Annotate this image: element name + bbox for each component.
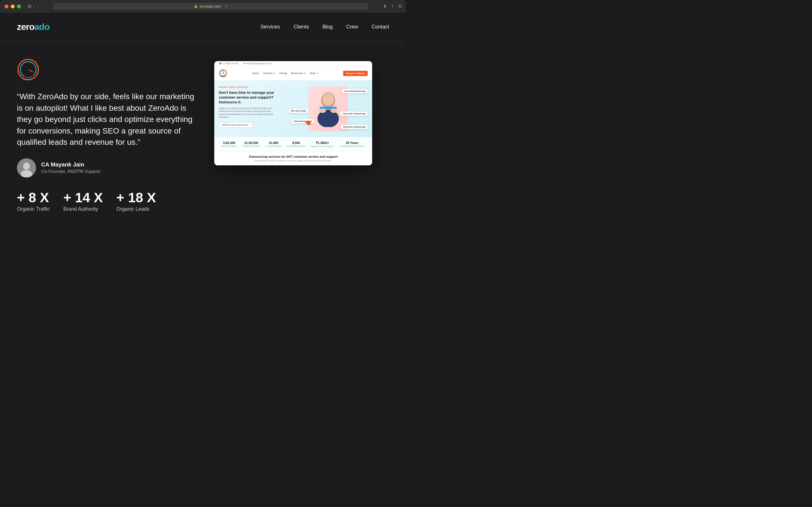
badge-data-entry: Data Entry Outsourcing xyxy=(341,125,368,129)
am2pm-stat-label-chats: Live chats handled xyxy=(266,145,281,147)
author-title: Co-Founder, AM2PM Support xyxy=(41,169,100,174)
badge-call-center: Call Center Outsourcing xyxy=(340,112,368,116)
am2pm-stat-label-calls: 24/7 calls handled xyxy=(222,145,237,147)
nav-services[interactable]: Services xyxy=(260,24,280,30)
stat-label-traffic: Organic Traffic xyxy=(17,206,50,212)
client-logo: AM2PM SUPPORT xyxy=(17,58,197,81)
am2pm-nav-more[interactable]: More ∨ xyxy=(310,72,318,75)
am2pm-bottom-title: Outsourcing services for 24/7 customer s… xyxy=(219,155,368,158)
am2pm-stat-num-experience: 25 Years xyxy=(340,141,365,145)
stat-number-brand: + 14 X xyxy=(63,191,103,205)
am2pm-stat-num-calls: 5,60,389 xyxy=(222,141,237,145)
am2pm-hero-right: Live Chat Outsourcing BPO and CSaaS Call… xyxy=(289,86,368,131)
am2pm-nav-services[interactable]: Services ∨ xyxy=(263,72,275,75)
svg-point-21 xyxy=(331,108,337,113)
svg-point-22 xyxy=(306,121,311,125)
am2pm-stat-experience: 25 Years Cumulative service experience xyxy=(340,141,365,147)
am2pm-bottom: Outsourcing services for 24/7 customer s… xyxy=(214,151,372,165)
am2pm-topbar: ☎ 11 9557 241242 ✉ info@am2pmsupport.com xyxy=(214,61,372,66)
stat-number-leads: + 18 X xyxy=(116,191,156,205)
author-name: CA Mayank Jain xyxy=(41,161,100,168)
badge-bpo: BPO and CSaaS xyxy=(289,109,308,113)
orange-dot xyxy=(306,120,311,126)
nav-crew[interactable]: Crew xyxy=(346,24,358,30)
logo-zero: zero xyxy=(17,22,35,32)
svg-point-14 xyxy=(223,73,223,74)
main-content: AM2PM SUPPORT “With ZeroAdo by our side,… xyxy=(0,41,406,229)
author-avatar-inner xyxy=(17,158,36,177)
sidebar-toggle-icon[interactable]: ⊞ xyxy=(28,4,31,9)
stat-brand-authority: + 14 X Brand Authority xyxy=(63,191,103,212)
am2pm-stat-chats: 31,680 Live chats handled xyxy=(266,141,281,147)
lock-icon: 🔒 xyxy=(194,4,198,8)
nav-blog[interactable]: Blog xyxy=(322,24,333,30)
am2pm-stat-label-minutes: Minutes of calls done xyxy=(243,145,260,147)
traffic-lights xyxy=(4,4,21,8)
am2pm-stat-label-projects: Projects' worth we're part of xyxy=(311,145,334,147)
navigation: zeroado Services Clients Blog Crew Conta… xyxy=(0,13,406,41)
author-info: CA Mayank Jain Co-Founder, AM2PM Support xyxy=(41,161,100,174)
tabs-icon[interactable]: ⧉ xyxy=(398,4,402,9)
nav-contact[interactable]: Contact xyxy=(371,24,389,30)
am2pm-stat-label-tickets: Email tickets resolved xyxy=(287,145,305,147)
svg-point-18 xyxy=(322,93,334,106)
minimize-button[interactable] xyxy=(11,4,15,8)
logo[interactable]: zeroado xyxy=(17,22,50,32)
left-panel: AM2PM SUPPORT “With ZeroAdo by our side,… xyxy=(17,58,197,212)
am2pm-email: ✉ info@am2pmsupport.com xyxy=(243,62,271,65)
address-bar[interactable]: 🔒 zeroado.com ↻ xyxy=(53,3,368,10)
svg-point-20 xyxy=(319,108,326,113)
stat-label-leads: Organic Leads xyxy=(116,206,156,212)
maximize-button[interactable] xyxy=(17,4,21,8)
am2pm-nav: AM2PM Home Services ∨ Pricing Resources … xyxy=(214,66,372,80)
am2pm-cta-button[interactable]: Request Callback xyxy=(343,71,368,76)
am2pm-hero-btn[interactable]: AM2PM Outsourcing Services › xyxy=(219,122,253,128)
am2pm-stat-tickets: 9,560 Email tickets resolved xyxy=(287,141,305,147)
svg-text:AM2PM: AM2PM xyxy=(220,75,225,77)
forward-icon[interactable]: › xyxy=(37,3,39,9)
badge-live-chat: Live Chat Outsourcing xyxy=(342,89,368,93)
close-button[interactable] xyxy=(4,4,8,8)
stat-organic-leads: + 18 X Organic Leads xyxy=(116,191,156,212)
reload-icon[interactable]: ↻ xyxy=(225,4,228,8)
stat-number-traffic: + 8 X xyxy=(17,191,50,205)
am2pm-nav-home[interactable]: Home xyxy=(252,72,259,75)
am2pm-nav-resources[interactable]: Resources ∨ xyxy=(291,72,306,75)
svg-text:AM2PM: AM2PM xyxy=(24,75,34,78)
am2pm-stat-num-minutes: 21,00,436 xyxy=(243,141,260,145)
stat-label-brand: Brand Authority xyxy=(63,206,103,212)
am2pm-stat-minutes: 21,00,436 Minutes of calls done xyxy=(243,141,260,147)
testimonial-quote: “With ZeroAdo by our side, feels like ou… xyxy=(17,91,197,148)
am2pm-site-logo: AM2PM xyxy=(219,69,227,77)
back-icon[interactable]: ‹ xyxy=(34,3,35,9)
am2pm-nav-pricing[interactable]: Pricing xyxy=(280,72,287,75)
stats-row: + 8 X Organic Traffic + 14 X Brand Autho… xyxy=(17,191,197,212)
am2pm-nav-links: Home Services ∨ Pricing Resources ∨ More… xyxy=(252,72,318,75)
am2pm-stat-num-projects: ₹1,380Cr xyxy=(311,141,334,145)
am2pm-person-image xyxy=(308,86,348,131)
page-wrapper: zeroado Services Clients Blog Crew Conta… xyxy=(0,13,406,255)
am2pm-badge: CSAAS & BPO SERVICES xyxy=(219,86,275,88)
svg-point-4 xyxy=(28,69,29,70)
am2pm-stat-projects: ₹1,380Cr Projects' worth we're part of xyxy=(311,141,334,147)
nav-links: Services Clients Blog Crew Contact xyxy=(260,24,389,30)
am2pm-stat-num-chats: 31,680 xyxy=(266,141,281,145)
am2pm-stat-num-tickets: 9,560 xyxy=(287,141,305,145)
svg-point-8 xyxy=(23,163,30,170)
am2pm-stats-bar: 5,60,389 24/7 calls handled 21,00,436 Mi… xyxy=(214,137,372,151)
author-avatar xyxy=(17,158,36,177)
am2pm-hero: CSAAS & BPO SERVICES Don't have time to … xyxy=(214,80,372,137)
url-text: zeroado.com xyxy=(200,4,221,8)
share-icon[interactable]: ⬆ xyxy=(383,4,387,9)
author-block: CA Mayank Jain Co-Founder, AM2PM Support xyxy=(17,158,197,177)
nav-clients[interactable]: Clients xyxy=(294,24,309,30)
am2pm-bottom-sub: Everything you need to keep your custome… xyxy=(219,159,368,162)
am2pm-logo-area: AM2PM xyxy=(219,69,227,77)
am2pm-stat-label-experience: Cumulative service experience xyxy=(340,145,365,147)
svg-text:SUPPORT: SUPPORT xyxy=(22,78,32,80)
new-tab-icon[interactable]: + xyxy=(391,4,394,9)
am2pm-hero-left: CSAAS & BPO SERVICES Don't have time to … xyxy=(219,86,275,128)
browser-chrome: ⊞ ‹ › 🔒 zeroado.com ↻ ⬆ + ⧉ xyxy=(0,0,406,13)
am2pm-site: ☎ 11 9557 241242 ✉ info@am2pmsupport.com xyxy=(214,61,372,165)
logo-ado: ado xyxy=(35,22,50,32)
